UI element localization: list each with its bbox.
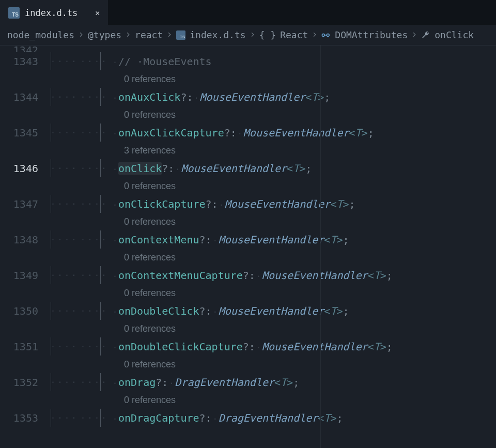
- property-name: onAuxClick: [118, 91, 180, 103]
- code-content: ·onDrag?: ·DragEventHandler<T>;: [112, 376, 299, 389]
- line-number: 1351: [0, 341, 51, 353]
- code-line[interactable]: 1353·········onDragCapture?: ·DragEventH…: [0, 409, 496, 427]
- breadcrumb: node_modules@typesreactTSindex.d.ts{ }Re…: [0, 25, 496, 45]
- breadcrumb-separator-icon: [250, 31, 255, 39]
- indent-guides: ········: [51, 337, 112, 356]
- type-name: MouseEventHandler: [200, 91, 306, 103]
- editor-ruler: [320, 45, 321, 448]
- breadcrumb-separator-icon: [167, 31, 172, 39]
- code-content: ·onAuxClick?: ·MouseEventHandler<T>;: [112, 91, 330, 103]
- line-number: 1353: [0, 412, 51, 424]
- property-name: onContextMenuCapture: [118, 269, 243, 282]
- typescript-icon: TS: [8, 7, 20, 19]
- codelens-references[interactable]: 0 references: [0, 213, 496, 230]
- line-number: 1343: [0, 55, 51, 68]
- indent-guides: ········: [51, 123, 112, 142]
- property-name: onContextMenu: [118, 234, 199, 246]
- typescript-icon: TS: [176, 30, 185, 40]
- codelens-references[interactable]: 0 references: [0, 177, 496, 195]
- breadcrumb-separator-icon: [126, 31, 131, 39]
- codelens-references[interactable]: 3 references: [0, 142, 496, 159]
- code-line[interactable]: 1349·········onContextMenuCapture?: ·Mou…: [0, 266, 496, 284]
- braces-icon: { }: [259, 29, 276, 40]
- svg-point-0: [322, 34, 325, 36]
- code-line[interactable]: 1348·········onContextMenu?: ·MouseEvent…: [0, 230, 496, 249]
- line-number: 1342: [0, 48, 51, 52]
- codelens-references[interactable]: 0 references: [0, 284, 496, 302]
- line-number: 1345: [0, 127, 51, 139]
- indent-guides: ········: [51, 266, 112, 284]
- breadcrumb-item[interactable]: index.d.ts: [190, 29, 245, 40]
- code-content: ·onAuxClickCapture?: ·MouseEventHandler<…: [112, 127, 374, 139]
- type-name: DragEventHandler: [175, 376, 274, 389]
- codelens-references[interactable]: 0 references: [0, 70, 496, 88]
- type-name: DragEventHandler: [219, 412, 318, 424]
- property-name: onDoubleClickCapture: [118, 341, 243, 353]
- indent-guides: ········: [51, 195, 112, 213]
- indent-guides: ········: [51, 230, 112, 249]
- code-line[interactable]: 1345·········onAuxClickCapture?: ·MouseE…: [0, 123, 496, 142]
- type-name: MouseEventHandler: [243, 127, 349, 139]
- code-content: ·onDoubleClick?: ·MouseEventHandler<T>;: [112, 305, 349, 317]
- breadcrumb-item[interactable]: DOMAttributes: [335, 29, 408, 40]
- code-content: ·onClick?: ·MouseEventHandler<T>;: [112, 162, 312, 175]
- svg-point-1: [327, 34, 330, 36]
- breadcrumb-item[interactable]: @types: [88, 29, 121, 40]
- tab-filename: index.d.ts: [25, 8, 78, 18]
- type-name: MouseEventHandler: [181, 162, 287, 175]
- code-content: ·// ·MouseEvents: [112, 55, 212, 68]
- codelens-references[interactable]: 0 references: [0, 391, 496, 409]
- type-name: MouseEventHandler: [225, 198, 331, 210]
- type-name: MouseEventHandler: [219, 234, 324, 246]
- code-line[interactable]: 1343·········// ·MouseEvents: [0, 52, 496, 70]
- line-number: 1348: [0, 234, 51, 246]
- indent-guides: ········: [51, 409, 112, 427]
- breadcrumb-item[interactable]: node_modules: [7, 29, 74, 40]
- codelens-references[interactable]: 0 references: [0, 320, 496, 337]
- code-line[interactable]: 1350·········onDoubleClick?: ·MouseEvent…: [0, 302, 496, 320]
- breadcrumb-separator-icon: [79, 31, 84, 39]
- line-number: 1352: [0, 376, 51, 389]
- line-number: 1346: [0, 162, 51, 175]
- property-name: onDoubleClick: [118, 305, 199, 317]
- codelens-references[interactable]: 0 references: [0, 249, 496, 266]
- type-name: MouseEventHandler: [219, 305, 324, 317]
- code-line[interactable]: 1352·········onDrag?: ·DragEventHandler<…: [0, 373, 496, 391]
- close-icon[interactable]: ✕: [95, 8, 100, 18]
- line-number: 1349: [0, 269, 51, 282]
- code-content: ·onDoubleClickCapture?: ·MouseEventHandl…: [112, 341, 393, 353]
- property-name: onDrag: [118, 376, 156, 389]
- codelens-references[interactable]: 0 references: [0, 356, 496, 373]
- code-line[interactable]: 1344·········onAuxClick?: ·MouseEventHan…: [0, 88, 496, 106]
- indent-guides: ········: [51, 159, 112, 177]
- indent-guides: ········: [51, 88, 112, 106]
- line-number: 1347: [0, 198, 51, 210]
- breadcrumb-item[interactable]: React: [280, 29, 308, 40]
- code-line[interactable]: 1351·········onDoubleClickCapture?: ·Mou…: [0, 337, 496, 356]
- indent-guides: ········: [51, 52, 112, 70]
- breadcrumb-item[interactable]: onClick: [435, 29, 474, 40]
- code-line[interactable]: 1346·········onClick?: ·MouseEventHandle…: [0, 159, 496, 177]
- code-content: ·onDragCapture?: ·DragEventHandler<T>;: [112, 412, 343, 424]
- tab-active[interactable]: TS index.d.ts ✕: [0, 0, 108, 25]
- wrench-icon: [421, 30, 430, 40]
- editor-area[interactable]: 13421343·········// ·MouseEvents0 refere…: [0, 45, 496, 448]
- code-content: ·onClickCapture?: ·MouseEventHandler<T>;: [112, 198, 355, 210]
- codelens-references[interactable]: 0 references: [0, 106, 496, 123]
- property-name: onAuxClickCapture: [118, 127, 224, 139]
- tab-bar: TS index.d.ts ✕: [0, 0, 496, 25]
- property-name: onClickCapture: [118, 198, 206, 210]
- breadcrumb-item[interactable]: react: [135, 29, 163, 40]
- type-name: MouseEventHandler: [262, 269, 368, 282]
- property-name: onDragCapture: [118, 412, 199, 424]
- code-content: ·onContextMenuCapture?: ·MouseEventHandl…: [112, 269, 393, 282]
- code-line-partial: 1342: [0, 45, 496, 52]
- code-line[interactable]: 1347·········onClickCapture?: ·MouseEven…: [0, 195, 496, 213]
- property-name: onClick: [118, 162, 162, 175]
- breadcrumb-separator-icon: [312, 31, 317, 39]
- interface-icon: [321, 30, 331, 40]
- indent-guides: ········: [51, 302, 112, 320]
- code-content: ·onContextMenu?: ·MouseEventHandler<T>;: [112, 234, 349, 246]
- line-number: 1350: [0, 305, 51, 317]
- indent-guides: ········: [51, 373, 112, 391]
